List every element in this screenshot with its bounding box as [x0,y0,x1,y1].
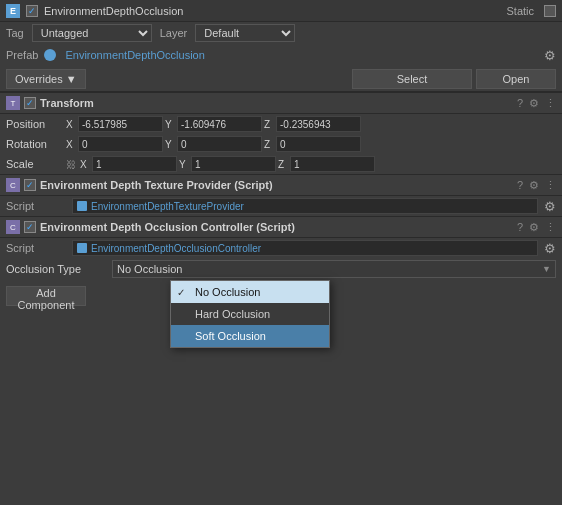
overrides-arrow-icon: ▼ [66,73,77,85]
occlusion-dropdown-popup: ✓ No Occlusion Hard Occlusion Soft Occlu… [170,280,330,348]
occlusion-option-soft[interactable]: Soft Occlusion [171,325,329,347]
depth-texture-settings-icon[interactable]: ⚙ [529,179,539,192]
tag-dropdown[interactable]: Untagged [32,24,152,42]
overrides-button[interactable]: Overrides ▼ [6,69,86,89]
occlusion-dropdown-arrow-icon: ▼ [542,264,551,274]
occlusion-option-hard-label: Hard Occlusion [195,308,270,320]
layer-label: Layer [160,27,188,39]
depth-texture-script-name[interactable]: EnvironmentDepthTextureProvider [91,201,244,212]
active-checkbox[interactable]: ✓ [26,5,38,17]
depth-texture-script-icon [77,201,87,211]
depth-occlusion-script-name[interactable]: EnvironmentDepthOcclusionController [91,243,261,254]
depth-occlusion-title: Environment Depth Occlusion Controller (… [40,221,513,233]
depth-occlusion-script-value: EnvironmentDepthOcclusionController [72,240,538,256]
scale-y-label: Y [179,159,189,170]
rotation-label: Rotation [6,138,66,150]
depth-occlusion-script-icon [77,243,87,253]
rot-z-label: Z [264,139,274,150]
depth-texture-cog-icon[interactable]: ⚙ [544,199,556,214]
depth-texture-title: Environment Depth Texture Provider (Scri… [40,179,513,191]
pos-z-label: Z [264,119,274,130]
scale-z-input[interactable] [290,156,375,172]
rot-y-label: Y [165,139,175,150]
scale-label: Scale [6,158,66,170]
pos-x-label: X [66,119,76,130]
occlusion-option-soft-label: Soft Occlusion [195,330,266,342]
pos-y-label: Y [165,119,175,130]
occlusion-option-no-label: No Occlusion [195,286,260,298]
scale-x-input[interactable] [92,156,177,172]
transform-settings-icon[interactable]: ⚙ [529,97,539,110]
depth-texture-section-header[interactable]: C ✓ Environment Depth Texture Provider (… [0,174,562,196]
depth-texture-more-icon[interactable]: ⋮ [545,179,556,192]
prefab-row: Prefab EnvironmentDepthOcclusion ⚙ [0,44,562,66]
position-label: Position [6,118,66,130]
occlusion-type-value: No Occlusion [117,263,182,275]
transform-more-icon[interactable]: ⋮ [545,97,556,110]
scale-xyz-group: ⛓ X Y Z [66,156,556,172]
position-y-input[interactable] [177,116,262,132]
rot-x-label: X [66,139,76,150]
depth-occlusion-script-label: Script [6,242,66,254]
prefab-name[interactable]: EnvironmentDepthOcclusion [65,49,538,61]
check-mark-icon: ✓ [177,287,189,298]
position-z-input[interactable] [276,116,361,132]
layer-dropdown[interactable]: Default [195,24,295,42]
action-row: Overrides ▼ Select Open [0,66,562,92]
rotation-xyz-group: X Y Z [66,136,556,152]
occlusion-type-row: Occlusion Type No Occlusion ▼ ✓ No Occlu… [0,258,562,280]
depth-occlusion-help-icon[interactable]: ? [517,221,523,233]
scale-y-input[interactable] [191,156,276,172]
rotation-z-input[interactable] [276,136,361,152]
rotation-row: Rotation X Y Z [0,134,562,154]
transform-title: Transform [40,97,513,109]
depth-texture-icon: C [6,178,20,192]
select-button[interactable]: Select [352,69,472,89]
depth-texture-script-label: Script [6,200,66,212]
scale-z-label: Z [278,159,288,170]
depth-texture-script-row: Script EnvironmentDepthTextureProvider ⚙ [0,196,562,216]
tag-label: Tag [6,27,24,39]
scale-x-label: X [80,159,90,170]
depth-occlusion-settings-icon[interactable]: ⚙ [529,221,539,234]
prefab-cog-icon[interactable]: ⚙ [544,48,556,63]
transform-icon: T [6,96,20,110]
occlusion-type-dropdown[interactable]: No Occlusion ▼ [112,260,556,278]
overrides-label: Overrides [15,73,63,85]
occlusion-option-no[interactable]: ✓ No Occlusion [171,281,329,303]
position-x-input[interactable] [78,116,163,132]
rotation-x-input[interactable] [78,136,163,152]
depth-occlusion-more-icon[interactable]: ⋮ [545,221,556,234]
depth-texture-script-value: EnvironmentDepthTextureProvider [72,198,538,214]
object-type-icon: E [6,4,20,18]
depth-texture-help-icon[interactable]: ? [517,179,523,191]
scale-lock-icon: ⛓ [66,159,76,170]
depth-occlusion-cog-icon[interactable]: ⚙ [544,241,556,256]
depth-texture-checkbox[interactable]: ✓ [24,179,36,191]
position-xyz-group: X Y Z [66,116,556,132]
object-name: EnvironmentDepthOcclusion [44,5,500,17]
prefab-label: Prefab [6,49,38,61]
tag-layer-row: Tag Untagged Layer Default [0,22,562,44]
depth-occlusion-section-header[interactable]: C ✓ Environment Depth Occlusion Controll… [0,216,562,238]
occlusion-type-label: Occlusion Type [6,263,106,275]
transform-help-icon[interactable]: ? [517,97,523,109]
add-component-button[interactable]: Add Component [6,286,86,306]
position-row: Position X Y Z [0,114,562,134]
static-label: Static [506,5,534,17]
title-bar: E ✓ EnvironmentDepthOcclusion Static [0,0,562,22]
prefab-dot-icon [44,49,56,61]
transform-checkbox[interactable]: ✓ [24,97,36,109]
depth-occlusion-script-row: Script EnvironmentDepthOcclusionControll… [0,238,562,258]
scale-row: Scale ⛓ X Y Z [0,154,562,174]
depth-occlusion-icon: C [6,220,20,234]
depth-occlusion-checkbox[interactable]: ✓ [24,221,36,233]
rotation-y-input[interactable] [177,136,262,152]
occlusion-option-hard[interactable]: Hard Occlusion [171,303,329,325]
transform-section-header[interactable]: T ✓ Transform ? ⚙ ⋮ [0,92,562,114]
static-checkbox[interactable] [544,5,556,17]
open-button[interactable]: Open [476,69,556,89]
